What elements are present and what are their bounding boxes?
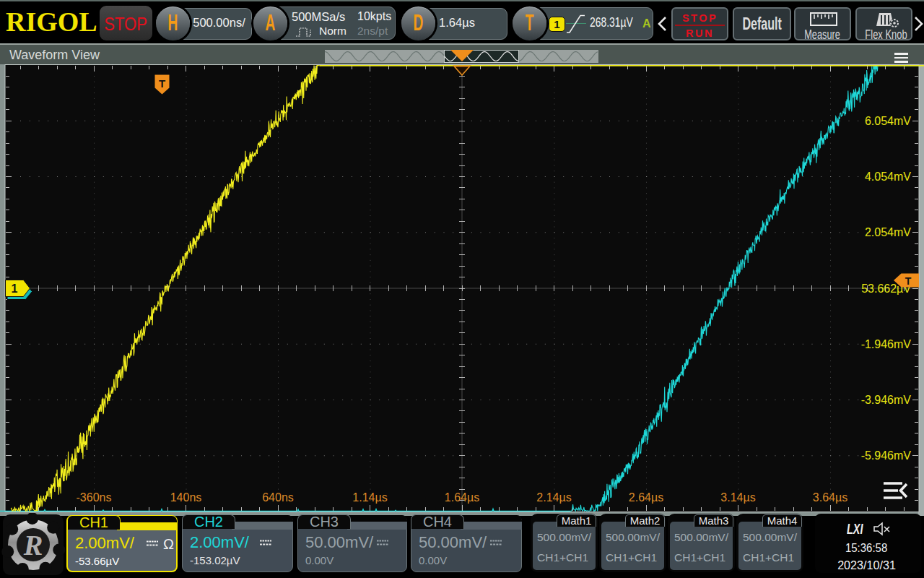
svg-text:4.054mV: 4.054mV	[865, 171, 911, 183]
svg-text:T: T	[905, 275, 912, 287]
svg-text:2.64µs: 2.64µs	[629, 491, 663, 504]
svg-text:-360ns: -360ns	[77, 491, 112, 504]
svg-text:2.054mV: 2.054mV	[865, 226, 911, 238]
svg-text:R: R	[23, 529, 43, 561]
svg-text:140ns: 140ns	[170, 491, 202, 504]
svg-text:-5.946mV: -5.946mV	[861, 449, 912, 462]
svg-text:2.14µs: 2.14µs	[536, 491, 571, 504]
svg-text:1.64µs: 1.64µs	[445, 491, 479, 504]
svg-text:1.14µs: 1.14µs	[352, 491, 387, 504]
svg-text:-3.946mV: -3.946mV	[861, 394, 912, 406]
svg-text:1: 1	[12, 282, 18, 295]
svg-text:6.054mV: 6.054mV	[865, 115, 911, 127]
svg-text:-1.946mV: -1.946mV	[861, 338, 912, 350]
svg-text:640ns: 640ns	[262, 491, 294, 504]
svg-text:T: T	[159, 77, 165, 90]
svg-text:3.64µs: 3.64µs	[813, 491, 847, 504]
svg-text:3.14µs: 3.14µs	[720, 491, 755, 504]
